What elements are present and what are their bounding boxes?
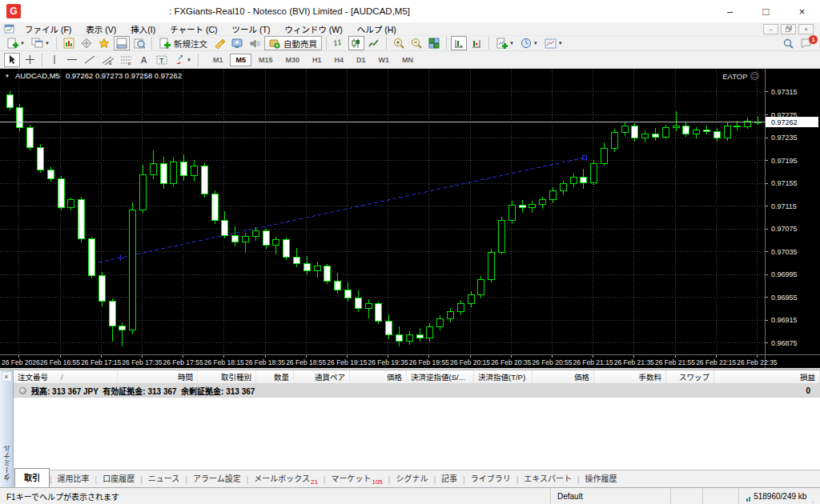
tile-windows-button[interactable]: [426, 36, 442, 50]
text-tool-button[interactable]: A: [136, 53, 152, 67]
menu-item[interactable]: ヘルプ (H): [350, 23, 404, 35]
mdi-close-button[interactable]: ×: [798, 24, 814, 34]
terminal-tab[interactable]: エキスパート: [518, 470, 577, 487]
chart-shift-button[interactable]: [468, 36, 484, 50]
menu-item[interactable]: ファイル (F): [18, 23, 78, 35]
candlestick-icon: [351, 38, 361, 49]
new-order-button[interactable]: 新規注文: [156, 36, 210, 50]
timeframe-m15[interactable]: M15: [253, 54, 279, 66]
timeframe-m1[interactable]: M1: [207, 54, 229, 66]
strategy-tester-button[interactable]: [131, 36, 147, 50]
fibonacci-tool-button[interactable]: F: [118, 53, 135, 67]
terminal-close-icon[interactable]: ×: [2, 371, 12, 382]
profiles-button[interactable]: ▼: [29, 36, 52, 50]
terminal-side-label: ターミナル: [2, 445, 12, 481]
timeframe-group: M1M5M15M30H1H4D1W1MN: [207, 54, 420, 66]
zoom-out-button[interactable]: [408, 36, 424, 50]
maximize-button[interactable]: □: [748, 0, 784, 22]
auto-trading-button[interactable]: 自動売買: [264, 36, 322, 50]
timeframe-mn[interactable]: MN: [396, 54, 419, 66]
candlestick-mode-button[interactable]: [348, 36, 364, 50]
mdi-restore-button[interactable]: [781, 24, 796, 34]
timeframe-m5[interactable]: M5: [230, 54, 251, 66]
trendline-tool-button[interactable]: [82, 53, 98, 67]
timeframe-w1[interactable]: W1: [373, 54, 396, 66]
channel-tool-button[interactable]: E: [99, 53, 116, 67]
menu-item[interactable]: 挿入(I): [123, 23, 163, 35]
column-header[interactable]: 通貨ペア: [294, 370, 350, 383]
close-button[interactable]: ×: [784, 0, 820, 22]
search-icon[interactable]: [783, 38, 794, 49]
column-header[interactable]: 決済指値(T/P): [474, 370, 533, 383]
crosshair-tool-button[interactable]: [22, 53, 38, 67]
mdi-minimize-button[interactable]: –: [763, 24, 778, 34]
horizontal-line-tool-button[interactable]: [64, 53, 80, 67]
status-profile[interactable]: Default: [551, 488, 671, 504]
column-header[interactable]: 手数料: [594, 370, 666, 383]
terminal-tab[interactable]: メールボックス21: [248, 470, 324, 487]
menu-item[interactable]: ツール (T): [225, 23, 278, 35]
new-chart-button[interactable]: ▼: [4, 36, 27, 50]
column-header[interactable]: 価格: [350, 370, 407, 383]
timeframe-h4[interactable]: H4: [329, 54, 350, 66]
terminal-tab[interactable]: アラーム設定: [187, 470, 247, 487]
cursor-tool-button[interactable]: [4, 53, 20, 67]
svg-text:0.96915: 0.96915: [771, 316, 798, 324]
menu-item[interactable]: チャート (C): [163, 23, 224, 35]
one-click-trading-icon[interactable]: ▼: [5, 74, 10, 78]
column-header[interactable]: スワップ: [666, 370, 714, 383]
ea-name: EATOP: [722, 72, 747, 81]
market-watch-button[interactable]: [61, 36, 77, 50]
arrows-tool-button[interactable]: ▼: [171, 53, 194, 67]
indicators-button[interactable]: ▼: [493, 36, 517, 50]
terminal-tab[interactable]: ライブラリ: [465, 470, 517, 487]
timeframe-d1[interactable]: D1: [351, 54, 372, 66]
terminal-tab[interactable]: 操作履歴: [580, 470, 623, 487]
terminal-tab[interactable]: 取引: [14, 468, 50, 487]
column-header[interactable]: 時間: [118, 370, 198, 383]
timeframe-m30[interactable]: M30: [280, 54, 306, 66]
zoom-in-button[interactable]: [391, 36, 407, 50]
column-header[interactable]: 数量: [256, 370, 294, 383]
auto-scroll-button[interactable]: [451, 36, 467, 50]
terminal-tab[interactable]: マーケット105: [325, 470, 388, 487]
terminal-tab[interactable]: 記事: [436, 470, 463, 487]
column-header[interactable]: 注文番号/: [14, 370, 118, 383]
terminal-tab[interactable]: 運用比率: [52, 470, 95, 487]
minimize-button[interactable]: –: [712, 0, 748, 22]
resize-grip[interactable]: [810, 494, 814, 504]
sounds-button[interactable]: [247, 36, 263, 50]
column-header[interactable]: 損益: [714, 370, 820, 383]
notifications-button[interactable]: 1: [800, 38, 812, 49]
vertical-line-tool-button[interactable]: [46, 53, 62, 67]
chart-canvas[interactable]: 0.973150.972750.972350.971950.971550.971…: [0, 69, 820, 368]
timeframe-h1[interactable]: H1: [307, 54, 328, 66]
svg-text:E: E: [109, 61, 112, 66]
status-connection: 518960/249 kb: [739, 488, 820, 504]
templates-button[interactable]: ▼: [542, 36, 565, 50]
column-header[interactable]: 決済逆指値(S/...: [407, 370, 474, 383]
bar-chart-mode-button[interactable]: [331, 36, 347, 50]
terminal-toggle-button[interactable]: [114, 36, 130, 50]
navigator-button[interactable]: [96, 36, 112, 50]
menu-item[interactable]: 表示 (V): [78, 23, 123, 35]
terminal-tab[interactable]: シグナル: [390, 470, 433, 487]
balance-row[interactable]: 残高: 313 367 JPY 有効証拠金: 313 367 余剰証拠金: 31…: [14, 384, 820, 398]
column-header[interactable]: 取引種別: [198, 370, 256, 383]
expert-advisor-label[interactable]: EATOP ☹: [722, 71, 759, 82]
chart-area: 0.973150.972750.972350.971950.971550.971…: [0, 69, 820, 368]
metaeditor-button[interactable]: [211, 36, 227, 50]
status-bar: F1キーでヘルプが表示されます Default 518960/249 kb: [0, 487, 820, 504]
community-button[interactable]: [229, 36, 245, 50]
text-label-tool-button[interactable]: T: [154, 53, 170, 67]
data-window-button[interactable]: [78, 36, 94, 50]
menu-item[interactable]: ウィンドウ (W): [277, 23, 349, 35]
terminal-tab[interactable]: 口座履歴: [97, 470, 140, 487]
line-chart-mode-button[interactable]: [366, 36, 382, 50]
periods-button[interactable]: ▼: [518, 36, 541, 50]
svg-text:26 Feb 16:55: 26 Feb 16:55: [40, 358, 80, 366]
market-watch-icon: [63, 38, 74, 49]
column-header[interactable]: 価格: [533, 370, 594, 383]
terminal-tab[interactable]: ニュース: [143, 470, 186, 487]
svg-text:0.97155: 0.97155: [771, 179, 798, 187]
